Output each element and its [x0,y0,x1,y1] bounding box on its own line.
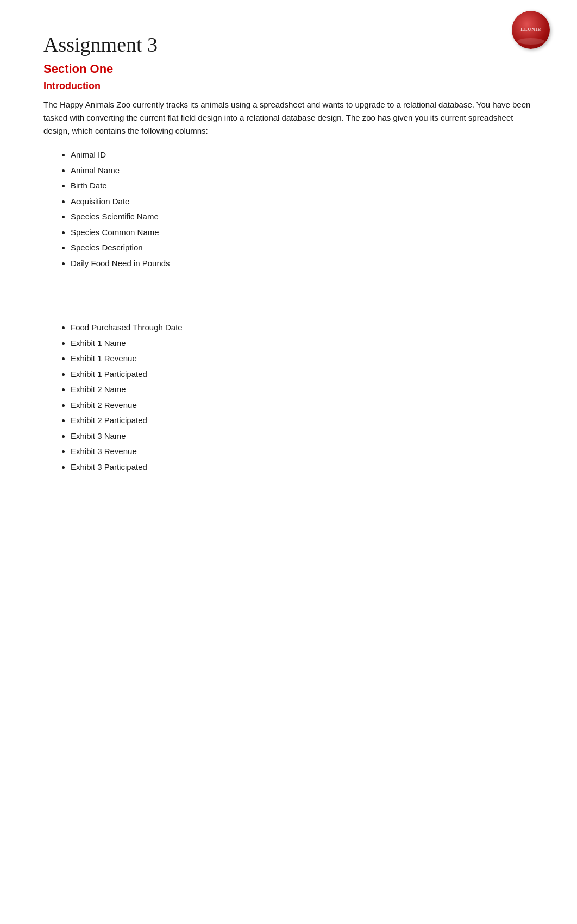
logo-text: LLUNIB [518,24,543,35]
list-item: Exhibit 3 Participated [71,460,534,475]
list-item: Species Description [71,240,534,256]
logo-area: LLUNIB [512,11,555,54]
page-container: LLUNIB Assignment 3 Section One Introduc… [0,0,577,513]
list-item: Animal ID [71,147,534,163]
second-bullet-list: Food Purchased Through DateExhibit 1 Nam… [43,320,534,475]
page-title: Assignment 3 [43,33,534,56]
list-item: Exhibit 2 Revenue [71,398,534,413]
list-item: Food Purchased Through Date [71,320,534,336]
intro-paragraph: The Happy Animals Zoo currently tracks i… [43,98,534,137]
list-item: Animal Name [71,163,534,179]
spacer [43,276,534,320]
list-item: Daily Food Need in Pounds [71,256,534,272]
list-item: Exhibit 3 Name [71,429,534,444]
list-item: Exhibit 2 Participated [71,413,534,429]
section-heading: Section One [43,62,534,76]
first-bullet-list: Animal IDAnimal NameBirth DateAcquisitio… [43,147,534,271]
intro-heading: Introduction [43,80,534,92]
list-item: Exhibit 2 Name [71,382,534,398]
list-item: Exhibit 3 Revenue [71,444,534,460]
list-item: Exhibit 1 Revenue [71,351,534,367]
list-item: Exhibit 1 Participated [71,367,534,382]
list-item: Species Common Name [71,225,534,241]
list-item: Exhibit 1 Name [71,336,534,351]
list-item: Birth Date [71,178,534,194]
logo-image: LLUNIB [512,11,550,49]
list-item: Acquisition Date [71,194,534,210]
list-item: Species Scientific Name [71,209,534,225]
